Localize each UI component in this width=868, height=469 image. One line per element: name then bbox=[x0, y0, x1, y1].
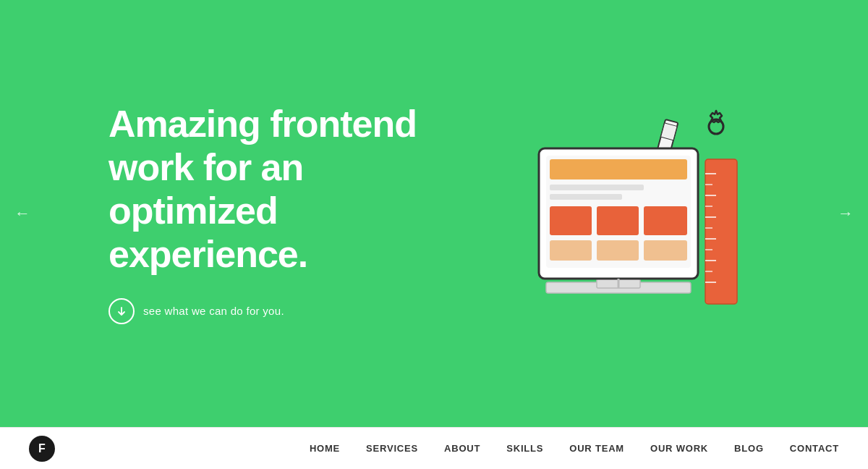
navbar-link-services[interactable]: SERVICES bbox=[366, 443, 418, 454]
navbar-link-about[interactable]: ABOUT bbox=[444, 443, 480, 454]
navbar-link-our-team[interactable]: OUR TEAM bbox=[569, 443, 624, 454]
cta-text: see what we can do for you. bbox=[143, 305, 284, 317]
next-arrow[interactable]: → bbox=[838, 204, 854, 223]
svg-rect-27 bbox=[550, 240, 592, 261]
navbar-link-our-work[interactable]: OUR WORK bbox=[650, 443, 708, 454]
hero-content: Amazing frontendwork for anoptimizedexpe… bbox=[109, 87, 760, 340]
svg-rect-22 bbox=[550, 185, 644, 190]
hero-illustration bbox=[506, 87, 760, 340]
hero-text-block: Amazing frontendwork for anoptimizedexpe… bbox=[109, 103, 448, 324]
hero-cta-button[interactable]: see what we can do for you. bbox=[109, 298, 448, 324]
svg-rect-24 bbox=[550, 206, 592, 235]
navbar-links: HOMESERVICESABOUTSKILLSOUR TEAMOUR WORKB… bbox=[310, 443, 839, 454]
navbar-link-contact[interactable]: CONTACT bbox=[790, 443, 839, 454]
prev-arrow[interactable]: ← bbox=[14, 204, 30, 223]
navbar-link-home[interactable]: HOME bbox=[310, 443, 340, 454]
navbar-link-skills[interactable]: SKILLS bbox=[506, 443, 543, 454]
hero-title: Amazing frontendwork for anoptimizedexpe… bbox=[109, 103, 448, 276]
hero-section: ← Amazing frontendwork for anoptimizedex… bbox=[0, 0, 868, 427]
logo[interactable]: F bbox=[29, 436, 55, 462]
navbar-link-blog[interactable]: BLOG bbox=[734, 443, 764, 454]
svg-rect-26 bbox=[644, 206, 687, 235]
svg-rect-23 bbox=[550, 194, 622, 200]
navbar: F HOMESERVICESABOUTSKILLSOUR TEAMOUR WOR… bbox=[0, 427, 868, 469]
svg-rect-29 bbox=[644, 240, 687, 261]
svg-rect-21 bbox=[550, 159, 687, 179]
svg-rect-28 bbox=[597, 240, 639, 261]
cta-circle-icon bbox=[109, 298, 135, 324]
svg-rect-25 bbox=[597, 206, 639, 235]
